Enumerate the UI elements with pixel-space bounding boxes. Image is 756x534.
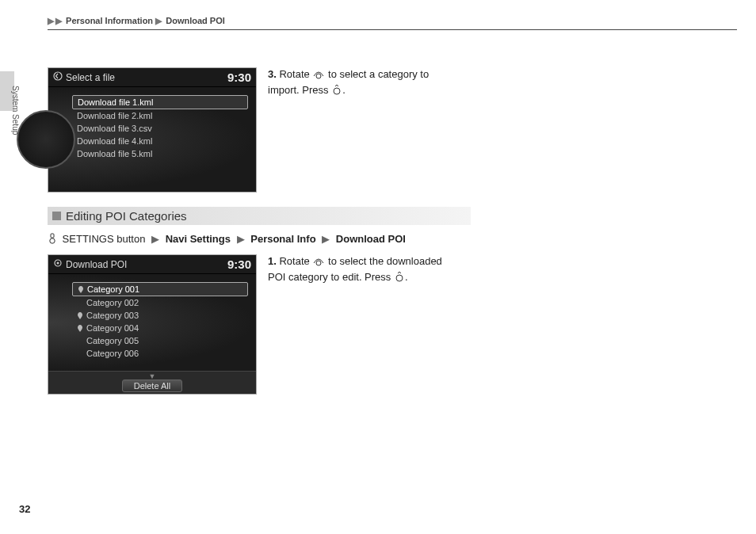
text: Rotate	[279, 68, 312, 80]
svg-point-7	[316, 261, 321, 265]
screen-download-poi: Download POI 9:30 Category 001 Category …	[48, 254, 257, 395]
svg-point-8	[396, 275, 403, 281]
pin-icon	[78, 286, 84, 292]
svg-point-0	[54, 72, 62, 80]
gear-icon	[53, 258, 63, 270]
file-item[interactable]: Download file 2.kml	[72, 109, 248, 122]
square-bullet-icon	[52, 212, 61, 220]
step-number: 1.	[268, 255, 277, 267]
file-list: Download file 1.kml Download file 2.kml …	[64, 92, 251, 163]
file-label: Download file 2.kml	[77, 111, 152, 120]
screen-titlebar: Select a file 9:30	[48, 68, 256, 87]
category-label: Category 006	[86, 349, 139, 358]
step-3-text: 3. Rotate to select a category to import…	[268, 67, 458, 99]
clock: 9:30	[227, 257, 251, 271]
screen-select-file: Select a file 9:30 Download file 1.kml D…	[48, 67, 257, 193]
triangle-icon: ▶	[151, 233, 159, 245]
category-label: Category 002	[86, 298, 139, 307]
file-item[interactable]: Download file 4.kml	[72, 135, 248, 147]
category-label: Category 001	[87, 284, 139, 294]
back-icon	[53, 71, 63, 83]
settings-icon	[48, 233, 57, 246]
breadcrumb-item: Personal Information	[66, 16, 153, 25]
triangle-icon: ▶	[155, 16, 162, 26]
nav-item: Download POI	[336, 233, 406, 245]
rotate-dial-icon	[312, 256, 325, 270]
press-dial-icon	[331, 84, 342, 99]
text: .	[342, 84, 346, 96]
triangle-icon: ▶	[48, 16, 54, 26]
screen-title-text: Download POI	[66, 259, 127, 270]
category-label: Category 004	[86, 323, 139, 333]
page: ▶▶ Personal Information ▶ Download POI S…	[0, 0, 756, 534]
file-label: Download file 3.csv	[77, 124, 152, 133]
screen-title-text: Select a file	[66, 72, 115, 83]
nav-path: SETTINGS button ▶ Navi Settings ▶ Person…	[48, 233, 729, 246]
section-heading: Editing POI Categories	[48, 207, 471, 225]
press-dial-icon	[394, 271, 405, 286]
nav-item: Navi Settings	[166, 233, 231, 245]
text: .	[405, 271, 408, 283]
category-label: Category 005	[86, 336, 139, 345]
text: Rotate	[279, 255, 312, 267]
category-label: Category 003	[86, 311, 139, 320]
nav-item: Personal Info	[250, 233, 315, 245]
screen-body: Category 001 Category 002 Category 003 C…	[48, 274, 256, 371]
file-item[interactable]: Download file 1.kml	[72, 95, 248, 109]
triangle-icon: ▶	[322, 233, 330, 245]
category-item[interactable]: Category 003	[72, 309, 248, 322]
screen-body: Download file 1.kml Download file 2.kml …	[48, 87, 256, 192]
file-item[interactable]: Download file 5.kml	[72, 147, 248, 160]
screen-footer: ▼ Delete All	[48, 371, 256, 394]
pin-icon	[77, 312, 83, 318]
category-list: Category 001 Category 002 Category 003 C…	[64, 279, 251, 363]
step-1-text: 1. Rotate to select the downloaded POI c…	[268, 254, 458, 286]
pin-icon	[77, 325, 83, 331]
file-label: Download file 5.kml	[77, 149, 152, 158]
svg-point-6	[57, 262, 59, 265]
breadcrumb-item: Download POI	[166, 16, 225, 25]
category-item[interactable]: Category 001	[72, 282, 248, 296]
svg-point-1	[316, 74, 321, 78]
chevron-down-icon: ▼	[48, 373, 256, 380]
delete-all-button[interactable]: Delete All	[122, 380, 182, 392]
nav-prefix: SETTINGS button	[59, 233, 148, 245]
triangle-icon: ▶	[55, 16, 62, 26]
step-number: 3.	[268, 68, 277, 80]
rotate-dial-icon	[312, 69, 325, 83]
file-item[interactable]: Download file 3.csv	[72, 122, 248, 135]
screen-titlebar: Download POI 9:30	[48, 255, 256, 274]
svg-point-4	[50, 238, 55, 243]
clock: 9:30	[227, 71, 251, 84]
content-area: Select a file 9:30 Download file 1.kml D…	[48, 67, 729, 409]
svg-rect-3	[51, 234, 54, 238]
category-item[interactable]: Category 006	[72, 347, 248, 360]
triangle-icon: ▶	[237, 233, 245, 245]
category-item[interactable]: Category 004	[72, 322, 248, 334]
category-item[interactable]: Category 002	[72, 296, 248, 309]
header-breadcrumb: ▶▶ Personal Information ▶ Download POI	[48, 16, 737, 30]
section-title-text: Editing POI Categories	[66, 209, 187, 223]
step-row-3: Select a file 9:30 Download file 1.kml D…	[48, 67, 729, 193]
file-label: Download file 1.kml	[78, 97, 153, 107]
file-label: Download file 4.kml	[77, 136, 152, 146]
page-number: 32	[19, 503, 30, 515]
step-row-1: Download POI 9:30 Category 001 Category …	[48, 254, 729, 395]
dial-graphic	[17, 110, 75, 169]
category-item[interactable]: Category 005	[72, 334, 248, 347]
svg-point-2	[334, 88, 340, 94]
